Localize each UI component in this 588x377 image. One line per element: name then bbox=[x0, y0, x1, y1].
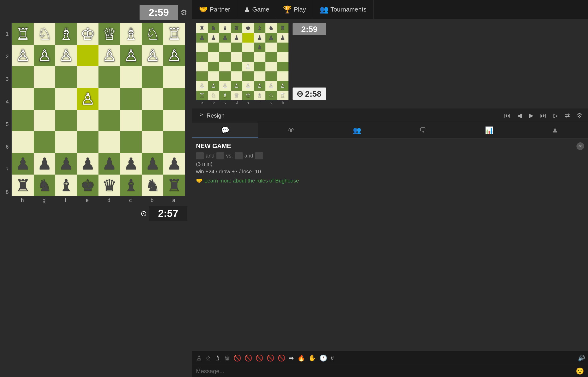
mini-board-cell[interactable]: ♜ bbox=[196, 23, 208, 33]
tab-stats[interactable]: 📊 bbox=[456, 123, 522, 138]
mini-board-cell[interactable]: ♕ bbox=[231, 91, 242, 100]
close-button[interactable]: ✕ bbox=[577, 142, 584, 150]
board-cell[interactable]: ♔ bbox=[77, 23, 99, 45]
board-cell[interactable]: ♟ bbox=[142, 153, 163, 175]
mini-board-cell[interactable]: ♘ bbox=[208, 91, 219, 100]
no-icon-1[interactable]: 🚫 bbox=[233, 353, 242, 363]
message-input[interactable] bbox=[196, 368, 573, 375]
board-cell[interactable]: ♙ bbox=[12, 45, 34, 66]
board-cell[interactable] bbox=[55, 88, 77, 110]
board-cell[interactable]: ♟ bbox=[55, 153, 77, 175]
mini-board-cell[interactable] bbox=[196, 43, 208, 52]
board-cell[interactable]: ♜ bbox=[163, 175, 185, 196]
board-cell[interactable] bbox=[163, 88, 185, 110]
queen-white-icon[interactable]: ♕ bbox=[223, 353, 231, 363]
mini-board-cell[interactable] bbox=[242, 71, 254, 81]
nav-partner[interactable]: 🤝 Partner bbox=[192, 0, 237, 19]
nav-game[interactable]: ♟ Game bbox=[237, 0, 276, 19]
board-cell[interactable]: ♘ bbox=[142, 23, 163, 45]
board-cell[interactable] bbox=[99, 131, 120, 153]
board-cell[interactable]: ♟ bbox=[120, 153, 142, 175]
mini-board-cell[interactable] bbox=[219, 62, 231, 71]
board-cell[interactable]: ♙ bbox=[163, 45, 185, 66]
board-cell[interactable]: ♕ bbox=[99, 23, 120, 45]
emoji-button[interactable]: 🙂 bbox=[576, 367, 584, 375]
board-cell[interactable]: ♖ bbox=[12, 23, 34, 45]
mini-board-cell[interactable]: ♟ bbox=[277, 33, 288, 43]
board-cell[interactable] bbox=[77, 45, 99, 66]
board-cell[interactable] bbox=[120, 110, 142, 131]
mini-board-cell[interactable]: ♟ bbox=[208, 33, 219, 43]
mini-board-cell[interactable] bbox=[266, 71, 277, 81]
board-cell[interactable]: ♝ bbox=[120, 175, 142, 196]
board-cell[interactable] bbox=[34, 110, 55, 131]
mini-board-cell[interactable]: ♞ bbox=[208, 23, 219, 33]
board-cell[interactable]: ♙ bbox=[120, 45, 142, 66]
mini-board-cell[interactable] bbox=[196, 71, 208, 81]
mini-board-cell[interactable] bbox=[219, 52, 231, 62]
board-cell[interactable] bbox=[142, 88, 163, 110]
board-cell[interactable]: ♗ bbox=[55, 23, 77, 45]
board-cell[interactable] bbox=[77, 131, 99, 153]
mini-board-cell[interactable] bbox=[231, 71, 242, 81]
volume-button[interactable]: 🔊 bbox=[578, 355, 585, 362]
mini-board-cell[interactable] bbox=[254, 71, 266, 81]
board-cell[interactable]: ♟ bbox=[99, 153, 120, 175]
board-cell[interactable] bbox=[163, 66, 185, 88]
mini-board-cell[interactable]: ♜ bbox=[277, 23, 288, 33]
mini-board-cell[interactable]: ♙ bbox=[196, 81, 208, 91]
settings-button[interactable]: ⚙ bbox=[180, 8, 187, 17]
board-cell[interactable] bbox=[99, 88, 120, 110]
mini-board-cell[interactable]: ♟ bbox=[254, 33, 266, 43]
next-move-button[interactable]: ▶ bbox=[527, 111, 535, 120]
mini-board-cell[interactable]: ♘ bbox=[266, 91, 277, 100]
mini-board-cell[interactable] bbox=[219, 71, 231, 81]
knight-white-icon[interactable]: ♘ bbox=[204, 353, 212, 363]
mini-board-cell[interactable] bbox=[208, 71, 219, 81]
mini-board-cell[interactable] bbox=[266, 52, 277, 62]
mini-board-cell[interactable]: ♙ bbox=[242, 81, 254, 91]
first-move-button[interactable]: ⏮ bbox=[502, 111, 512, 120]
mini-board-cell[interactable]: ♛ bbox=[231, 23, 242, 33]
board-cell[interactable] bbox=[12, 88, 34, 110]
mini-board-cell[interactable]: ♝ bbox=[219, 23, 231, 33]
board-cell[interactable]: ♙ bbox=[142, 45, 163, 66]
board-cell[interactable] bbox=[55, 131, 77, 153]
learn-link[interactable]: 🤝 Learn more about the rules of Bughouse bbox=[196, 178, 584, 184]
mini-board-cell[interactable]: ♙ bbox=[208, 81, 219, 91]
mini-board-cell[interactable] bbox=[208, 43, 219, 52]
mini-board-cell[interactable] bbox=[277, 71, 288, 81]
board-cell[interactable]: ♞ bbox=[142, 175, 163, 196]
mini-board-cell[interactable]: ♔ bbox=[242, 91, 254, 100]
board-cell[interactable] bbox=[77, 66, 99, 88]
mini-board-cell[interactable] bbox=[231, 43, 242, 52]
board-cell[interactable] bbox=[142, 66, 163, 88]
mini-board-cell[interactable] bbox=[242, 33, 254, 43]
board-cell[interactable]: ♟ bbox=[163, 153, 185, 175]
mini-board-cell[interactable] bbox=[208, 62, 219, 71]
mini-board-cell[interactable] bbox=[277, 43, 288, 52]
mini-board-cell[interactable] bbox=[196, 62, 208, 71]
board-cell[interactable]: ♚ bbox=[77, 175, 99, 196]
mini-board-cell[interactable]: ♙ bbox=[254, 81, 266, 91]
mini-board-cell[interactable]: ♙ bbox=[219, 81, 231, 91]
mini-board-cell[interactable]: ♖ bbox=[277, 91, 288, 100]
board-cell[interactable] bbox=[99, 110, 120, 131]
mini-board-cell[interactable] bbox=[208, 52, 219, 62]
mini-board-cell[interactable] bbox=[266, 43, 277, 52]
mini-chess-board[interactable]: ♜♞♝♛♚♝♞♜♟♟♟♟♟♟♟♟♙♙♙♙♙♙♙♙♙♖♘♗♕♔♗♘♖ bbox=[196, 23, 288, 100]
tab-puzzle[interactable]: ♟ bbox=[522, 123, 588, 138]
mini-board-cell[interactable]: ♙ bbox=[231, 81, 242, 91]
play-button[interactable]: ▷ bbox=[551, 111, 560, 120]
mini-board-cell[interactable] bbox=[196, 52, 208, 62]
board-cell[interactable] bbox=[99, 66, 120, 88]
resign-button[interactable]: 🏳 Resign bbox=[196, 111, 227, 120]
main-chess-board[interactable]: ♖♘♗♔♕♗♘♖♙♙♙♙♙♙♙♙♟♟♟♟♟♟♟♟♜♞♝♚♛♝♞♜ bbox=[11, 23, 185, 196]
mini-board-cell[interactable] bbox=[277, 52, 288, 62]
flip-button[interactable]: ⇄ bbox=[563, 111, 572, 120]
board-cell[interactable] bbox=[142, 110, 163, 131]
mini-board-cell[interactable]: ♟ bbox=[231, 33, 242, 43]
board-cell[interactable]: ♛ bbox=[99, 175, 120, 196]
tab-players[interactable]: 👥 bbox=[324, 123, 390, 138]
board-cell[interactable]: ♜ bbox=[12, 175, 34, 196]
